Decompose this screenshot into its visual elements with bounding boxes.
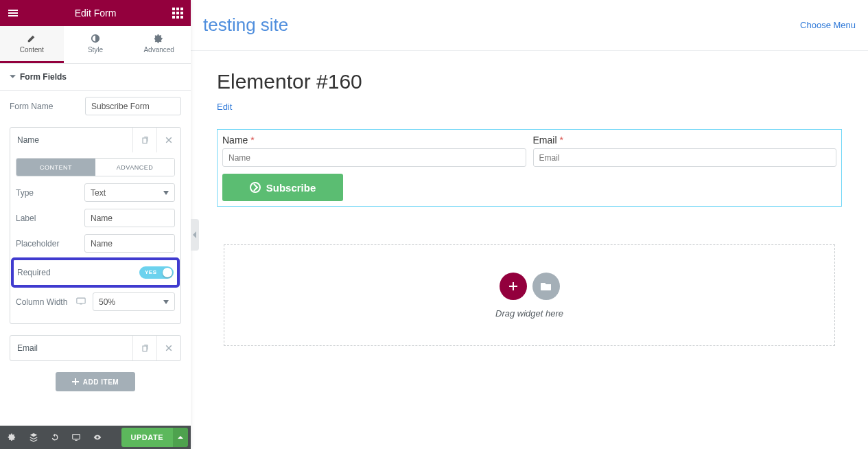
tab-style-label: Style bbox=[88, 46, 103, 54]
close-icon[interactable] bbox=[156, 336, 180, 360]
add-item-button[interactable]: ADD ITEM bbox=[56, 372, 135, 391]
tab-content-label: Content bbox=[20, 46, 44, 54]
toggle-state-text: YES bbox=[145, 269, 157, 275]
required-asterisk: * bbox=[250, 135, 254, 146]
field-subtab-advanced[interactable]: ADVANCED bbox=[95, 159, 174, 176]
style-icon bbox=[91, 34, 100, 43]
plus-icon bbox=[72, 378, 79, 385]
history-icon[interactable] bbox=[45, 428, 64, 447]
svg-rect-1 bbox=[143, 138, 147, 143]
close-icon[interactable] bbox=[156, 128, 180, 152]
update-button[interactable]: UPDATE bbox=[121, 428, 173, 447]
required-label: Required bbox=[17, 268, 79, 277]
type-label: Type bbox=[16, 188, 78, 198]
site-topbar: testing site Choose Menu bbox=[191, 0, 868, 51]
preview-icon[interactable] bbox=[88, 428, 107, 447]
label-label: Label bbox=[16, 214, 78, 223]
editor-footer: UPDATE bbox=[0, 426, 191, 449]
drop-zone-text: Drag widget here bbox=[495, 308, 563, 319]
control-label: Label bbox=[16, 209, 175, 227]
choose-menu-link[interactable]: Choose Menu bbox=[800, 20, 856, 30]
placeholder-label: Placeholder bbox=[16, 239, 78, 249]
field-subtab-content[interactable]: CONTENT bbox=[16, 159, 95, 176]
tab-advanced-label: Advanced bbox=[143, 46, 174, 54]
preview-canvas: testing site Choose Menu Elementor #160 … bbox=[191, 0, 868, 449]
pencil-icon bbox=[27, 34, 36, 43]
email-field-input[interactable] bbox=[533, 148, 837, 167]
control-form-name: Form Name bbox=[0, 91, 191, 122]
menu-icon[interactable] bbox=[5, 5, 21, 21]
tab-content[interactable]: Content bbox=[0, 26, 64, 63]
repeater-item-email: Email bbox=[10, 335, 181, 361]
settings-icon[interactable] bbox=[3, 428, 22, 447]
page-title: Elementor #160 bbox=[217, 70, 842, 93]
duplicate-icon[interactable] bbox=[132, 336, 156, 360]
email-field-label: Email* bbox=[533, 135, 837, 146]
svg-rect-4 bbox=[73, 435, 80, 439]
subscribe-label: Subscribe bbox=[266, 182, 316, 194]
responsive-view-icon[interactable] bbox=[67, 428, 86, 447]
collapse-sidebar-handle[interactable] bbox=[191, 219, 199, 251]
responsive-icon[interactable] bbox=[76, 297, 86, 307]
drop-zone[interactable]: Drag widget here bbox=[224, 244, 835, 346]
editor-sidebar: Edit Form Content Style Advanced Form Fi… bbox=[0, 0, 191, 449]
svg-rect-2 bbox=[77, 298, 85, 303]
repeater-item-name: Name CONTENT ADVANCED Type Text Label bbox=[10, 127, 181, 324]
section-form-fields[interactable]: Form Fields bbox=[0, 64, 191, 91]
update-dropdown[interactable] bbox=[173, 428, 188, 447]
site-title-link[interactable]: testing site bbox=[203, 14, 288, 36]
field-subtabs: CONTENT ADVANCED bbox=[16, 158, 175, 176]
repeater-item-title: Email bbox=[10, 343, 132, 353]
type-select[interactable]: Text bbox=[84, 183, 175, 202]
name-field-input[interactable] bbox=[222, 148, 526, 167]
gear-icon bbox=[154, 34, 164, 43]
add-section-button[interactable] bbox=[500, 273, 527, 300]
sidebar-header: Edit Form bbox=[0, 0, 191, 26]
toggle-knob bbox=[163, 268, 172, 277]
repeater-header[interactable]: Name bbox=[10, 128, 180, 152]
label-input[interactable] bbox=[84, 209, 175, 227]
control-column-width: Column Width 50% bbox=[16, 292, 175, 311]
form-name-input[interactable] bbox=[85, 97, 181, 115]
form-widget-preview[interactable]: Name* Email* Subscribe bbox=[217, 129, 842, 207]
editor-tabs: Content Style Advanced bbox=[0, 26, 191, 64]
arrow-circle-icon bbox=[250, 182, 261, 193]
update-label: UPDATE bbox=[131, 433, 163, 441]
edit-link[interactable]: Edit bbox=[217, 102, 232, 112]
name-field-label: Name* bbox=[222, 135, 526, 146]
form-name-label: Form Name bbox=[10, 102, 78, 111]
control-placeholder: Placeholder bbox=[16, 234, 175, 253]
navigator-icon[interactable] bbox=[24, 428, 43, 447]
subscribe-button[interactable]: Subscribe bbox=[222, 174, 343, 201]
required-asterisk: * bbox=[560, 135, 563, 146]
control-required: Required YES bbox=[13, 260, 178, 286]
placeholder-input[interactable] bbox=[84, 234, 175, 253]
repeater-header[interactable]: Email bbox=[10, 336, 180, 360]
form-field-name: Name* bbox=[222, 135, 526, 167]
duplicate-icon[interactable] bbox=[132, 128, 156, 152]
required-toggle[interactable]: YES bbox=[139, 266, 174, 279]
svg-rect-3 bbox=[143, 346, 147, 352]
template-library-button[interactable] bbox=[532, 273, 560, 300]
form-field-email: Email* bbox=[533, 135, 837, 167]
widgets-grid-icon[interactable] bbox=[170, 5, 185, 21]
repeater-item-title: Name bbox=[10, 135, 132, 145]
tab-advanced[interactable]: Advanced bbox=[127, 26, 191, 63]
add-item-label: ADD ITEM bbox=[83, 378, 119, 386]
control-type: Type Text bbox=[16, 183, 175, 202]
column-width-select[interactable]: 50% bbox=[93, 292, 175, 311]
section-form-fields-label: Form Fields bbox=[20, 72, 67, 82]
column-width-label: Column Width bbox=[16, 297, 69, 307]
panel-title: Edit Form bbox=[21, 8, 170, 19]
tab-style[interactable]: Style bbox=[64, 26, 128, 63]
caret-down-icon bbox=[10, 72, 16, 82]
